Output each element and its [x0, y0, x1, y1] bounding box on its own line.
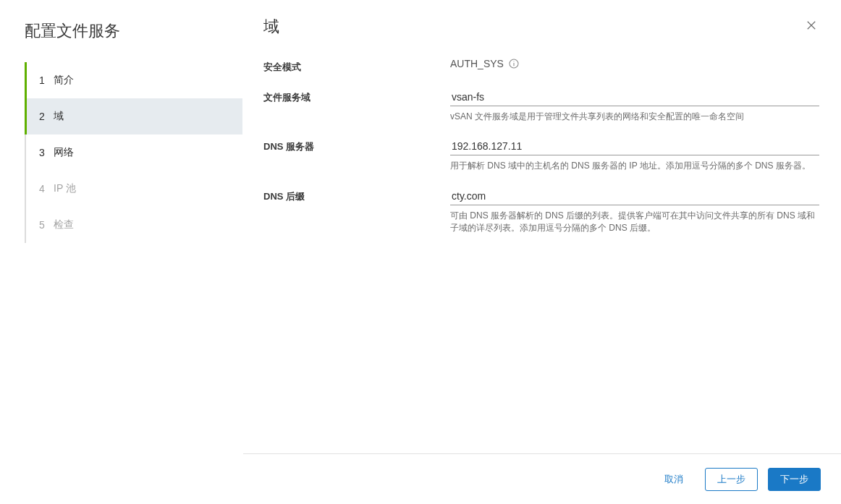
main-panel: 域 安全模式 AUTH_SYS [243, 0, 841, 504]
dns-servers-help: 用于解析 DNS 域中的主机名的 DNS 服务器的 IP 地址。添加用逗号分隔的… [450, 160, 819, 172]
next-button[interactable]: 下一步 [768, 468, 821, 491]
security-mode-label: 安全模式 [263, 58, 450, 74]
step-ip-pool: 4 IP 池 [26, 171, 242, 207]
step-domain[interactable]: 2 域 [26, 98, 242, 134]
row-file-service-domain: 文件服务域 vSAN 文件服务域是用于管理文件共享列表的网络和安全配置的唯一命名… [263, 88, 821, 123]
dns-suffix-input[interactable] [450, 187, 819, 205]
dns-servers-input[interactable] [450, 137, 819, 155]
domain-label: 文件服务域 [263, 88, 450, 104]
wizard-sidebar: 配置文件服务 1 简介 2 域 3 网络 4 IP 池 5 检查 [0, 0, 243, 504]
row-security-mode: 安全模式 AUTH_SYS [263, 58, 821, 74]
step-number: 3 [39, 147, 49, 158]
dns-suffix-help: 可由 DNS 服务器解析的 DNS 后缀的列表。提供客户端可在其中访问文件共享的… [450, 210, 819, 235]
main-header: 域 [263, 16, 821, 38]
step-network[interactable]: 3 网络 [26, 134, 242, 171]
wizard-steps: 1 简介 2 域 3 网络 4 IP 池 5 检查 [25, 62, 242, 243]
step-number: 5 [39, 219, 49, 231]
step-intro[interactable]: 1 简介 [26, 62, 242, 98]
row-dns-servers: DNS 服务器 用于解析 DNS 域中的主机名的 DNS 服务器的 IP 地址。… [263, 137, 821, 172]
close-icon [805, 23, 818, 34]
sidebar-title: 配置文件服务 [0, 14, 242, 62]
page-title: 域 [263, 16, 279, 38]
config-file-service-dialog: 配置文件服务 1 简介 2 域 3 网络 4 IP 池 5 检查 [0, 0, 841, 504]
step-label: 域 [54, 110, 64, 123]
close-button[interactable] [802, 16, 821, 37]
step-label: 网络 [54, 146, 74, 159]
row-dns-suffix: DNS 后缀 可由 DNS 服务器解析的 DNS 后缀的列表。提供客户端可在其中… [263, 187, 821, 235]
dialog-footer: 取消 上一步 下一步 [243, 453, 841, 504]
svg-point-2 [513, 61, 514, 61]
dns-servers-label: DNS 服务器 [263, 137, 450, 153]
step-review: 5 检查 [26, 207, 242, 243]
security-mode-value-wrap: AUTH_SYS [450, 58, 821, 69]
step-number: 1 [39, 74, 49, 86]
domain-help: vSAN 文件服务域是用于管理文件共享列表的网络和安全配置的唯一命名空间 [450, 111, 819, 123]
step-number: 2 [39, 111, 49, 122]
back-button[interactable]: 上一步 [705, 468, 758, 491]
cancel-button[interactable]: 取消 [653, 468, 695, 491]
domain-input[interactable] [450, 88, 819, 106]
step-label: 检查 [54, 218, 74, 231]
domain-form: 安全模式 AUTH_SYS 文件服务域 vSAN 文件服务域是用于管理文件共享列… [263, 58, 821, 453]
step-label: 简介 [54, 74, 74, 87]
step-number: 4 [39, 183, 49, 195]
security-mode-value: AUTH_SYS [450, 58, 504, 69]
dns-suffix-label: DNS 后缀 [263, 187, 450, 203]
info-icon[interactable] [508, 58, 520, 69]
step-label: IP 池 [54, 182, 76, 195]
